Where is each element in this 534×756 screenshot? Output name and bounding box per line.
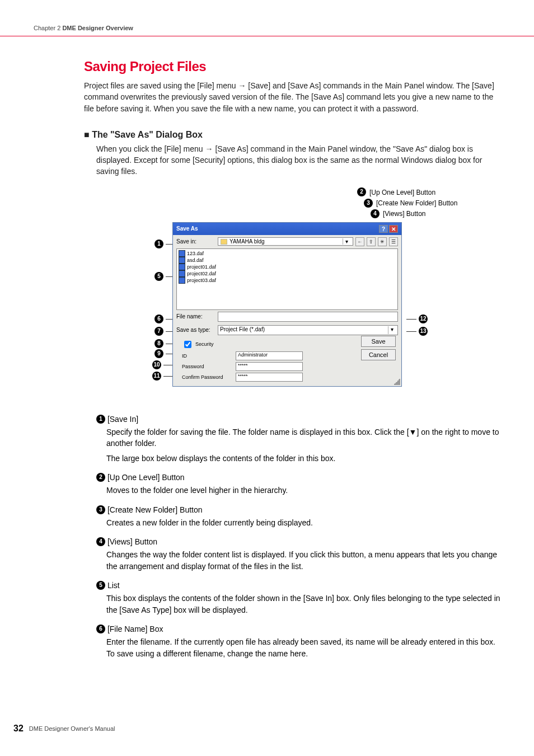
- file-list[interactable]: 123.daf asd.daf project01.daf project02.…: [176, 248, 398, 310]
- page-title: Saving Project Files: [84, 59, 500, 74]
- file-name-input[interactable]: [218, 312, 398, 322]
- save-in-dropdown[interactable]: YAMAHA bldg ▾: [218, 237, 353, 246]
- password-label: Password: [182, 364, 232, 369]
- intro-text: Project files are saved using the [File]…: [84, 80, 500, 114]
- item-heading: 3 [Create New Folder] Button: [96, 505, 500, 515]
- list-item[interactable]: 123.daf: [178, 250, 396, 257]
- confirm-password-input[interactable]: *****: [236, 373, 303, 382]
- page-number: 32: [13, 724, 24, 734]
- chevron-down-icon[interactable]: ▾: [343, 238, 350, 245]
- item-body: This box displays the contents of the fo…: [106, 593, 500, 616]
- chevron-down-icon[interactable]: ▾: [388, 326, 396, 334]
- file-icon: [179, 250, 185, 257]
- file-icon: [179, 270, 185, 277]
- item-body: Creates a new folder in the folder curre…: [106, 517, 500, 528]
- id-input[interactable]: Administrator: [236, 351, 303, 360]
- confirm-password-label: Confirm Password: [182, 374, 232, 380]
- id-label: ID: [182, 353, 232, 359]
- list-item[interactable]: project02.daf: [178, 270, 396, 277]
- item-body: The large box below displays the content…: [106, 453, 500, 464]
- up-one-level-icon[interactable]: ⇧: [367, 237, 376, 246]
- page-footer: 32 DME Designer Owner's Manual: [13, 724, 115, 734]
- folder-icon: [221, 239, 227, 245]
- save-in-label: Save in:: [176, 238, 216, 245]
- close-icon[interactable]: ✕: [389, 225, 398, 233]
- item-heading: 5 List: [96, 581, 500, 590]
- item-body: Moves to the folder one level higher in …: [106, 485, 500, 496]
- cancel-button[interactable]: Cancel: [361, 349, 396, 360]
- dialog-titlebar: Save As ? ✕: [173, 223, 401, 235]
- list-item[interactable]: asd.daf: [178, 257, 396, 264]
- section-body: When you click the [File] menu → [Save A…: [96, 143, 500, 177]
- section-heading: ■ The "Save As" Dialog Box: [84, 130, 500, 140]
- item-body: Changes the way the folder content list …: [106, 549, 500, 572]
- item-body: Enter the filename. If the currently ope…: [106, 636, 500, 659]
- chapter-label: Chapter 2 DME Designer Overview: [34, 25, 133, 31]
- saveas-dialog: Save As ? ✕ Save in: YAMAHA bldg ▾ ← ⇧: [172, 222, 402, 387]
- manual-title: DME Designer Owner's Manual: [29, 725, 115, 732]
- file-name-label: File name:: [176, 313, 216, 320]
- top-callouts: 2[Up One Level] Button 3[Create New Fold…: [357, 187, 457, 220]
- item-body: Specify the folder for saving the file. …: [106, 426, 500, 449]
- item-heading: 6 [File Name] Box: [96, 624, 500, 634]
- views-icon[interactable]: ☰: [389, 237, 398, 246]
- resize-grip[interactable]: [394, 378, 400, 385]
- save-as-type-label: Save as type:: [176, 327, 216, 333]
- save-button[interactable]: Save: [361, 336, 396, 347]
- file-icon: [179, 277, 185, 284]
- item-heading: 2 [Up One Level] Button: [96, 473, 500, 482]
- item-heading: 4 [Views] Button: [96, 537, 500, 547]
- saveas-screenshot: 2[Up One Level] Button 3[Create New Fold…: [84, 187, 500, 406]
- list-item[interactable]: project03.daf: [178, 277, 396, 284]
- help-icon[interactable]: ?: [379, 225, 388, 233]
- back-icon[interactable]: ←: [355, 237, 364, 246]
- list-item[interactable]: project01.daf: [178, 264, 396, 270]
- file-icon: [179, 257, 185, 264]
- item-heading: 1 [Save In]: [96, 415, 500, 424]
- save-as-type-dropdown[interactable]: Project File (*.daf) ▾: [218, 325, 398, 335]
- new-folder-icon[interactable]: ✳: [378, 237, 387, 246]
- file-icon: [179, 264, 185, 270]
- password-input[interactable]: *****: [236, 362, 303, 371]
